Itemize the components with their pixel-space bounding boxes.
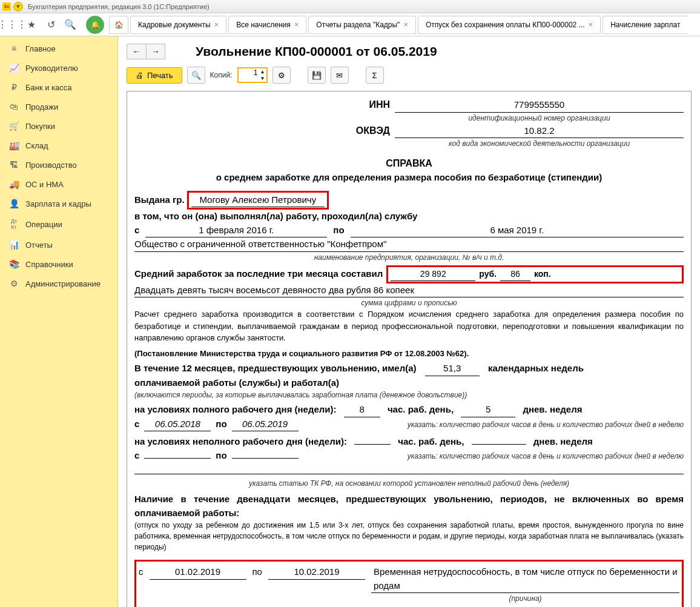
tab-hr-docs[interactable]: Кадровые документы×	[130, 16, 226, 34]
decree: (Постановление Министерства труда и соци…	[134, 348, 684, 360]
search-icon[interactable]: 🔍	[62, 16, 79, 33]
close-icon[interactable]: ×	[403, 20, 408, 29]
inn-value: 7799555550	[395, 98, 684, 113]
preview-button[interactable]: 🔍	[187, 67, 205, 84]
excluded-heading: Наличие в течение двенадцати месяцев, пр…	[134, 493, 684, 520]
sidebar: ≡Главное 📈Руководителю ₽Банк и касса 🛍Пр…	[0, 36, 118, 607]
inn-caption: идентификационный номер организации	[395, 113, 684, 124]
doc-subheading: о среднем заработке для определения разм…	[134, 171, 684, 185]
inn-label: ИНН	[134, 98, 395, 112]
ruble-icon: ₽	[8, 82, 19, 92]
tk-caption: указать статью ТК РФ, на основании котор…	[134, 478, 684, 489]
sidebar-item-bank[interactable]: ₽Банк и касса	[0, 78, 117, 97]
window-title-bar: 1c ▾ Бухгалтерия предприятия, редакция 3…	[0, 0, 700, 13]
save-button[interactable]: 💾	[308, 67, 326, 84]
words-caption: сумма цифрами и прописью	[134, 297, 684, 308]
excluded-note: (отпуск по уходу за ребенком до достижен…	[134, 520, 684, 552]
excl-reason: Временная нетрудоспособность, в том числ…	[371, 565, 679, 593]
document-body: ИНН7799555550 идентификационный номер ор…	[127, 91, 692, 607]
sum-button[interactable]: Σ	[366, 67, 384, 84]
avg-label: Средний заработок за последние три месяц…	[134, 267, 383, 281]
print-button[interactable]: 🖨Печать	[127, 67, 182, 84]
page-title: Увольнение КП00-000001 от 06.05.2019	[196, 44, 437, 59]
copies-label: Копий:	[210, 71, 233, 79]
sidebar-item-manager[interactable]: 📈Руководителю	[0, 58, 117, 78]
warehouse-icon: 🏭	[8, 141, 19, 150]
apps-icon[interactable]: ⋮⋮⋮	[4, 16, 21, 33]
person-icon: 👤	[8, 199, 19, 208]
sidebar-item-operations[interactable]: Дт КтОперации	[0, 213, 117, 235]
sidebar-item-sales[interactable]: 🛍Продажи	[0, 97, 117, 116]
top-toolbar: ⋮⋮⋮ ★ ↺ 🔍 🔔 🏠 Кадровые документы× Все на…	[0, 13, 700, 36]
settings-button[interactable]: ⚙	[272, 67, 291, 84]
period-to: 06.05.2019	[232, 417, 299, 432]
sidebar-item-production[interactable]: 🏗Производство	[0, 155, 117, 174]
tab-leave[interactable]: Отпуск без сохранения оплаты КП00-000002…	[418, 16, 601, 34]
star-icon[interactable]: ★	[23, 16, 40, 33]
printer-icon: 🖨	[136, 71, 144, 80]
sidebar-item-catalogs[interactable]: 📚Справочники	[0, 254, 117, 274]
menu-icon: ≡	[8, 44, 19, 53]
sidebar-item-warehouse[interactable]: 🏭Склад	[0, 136, 117, 155]
org-name: Общество с ограниченной ответственностью…	[134, 237, 684, 252]
okved-value: 10.82.2	[395, 124, 684, 139]
tab-payroll[interactable]: Начисление зарплат	[603, 16, 687, 34]
hours-value: 8	[344, 403, 380, 417]
factory-icon: 🏗	[8, 160, 19, 170]
tab-home[interactable]: 🏠	[109, 16, 128, 34]
person-value: Могову Алексею Петровичу	[191, 193, 325, 208]
paid-caption: (включаются периоды, за которые выплачив…	[134, 390, 684, 400]
truck-icon: 🚚	[8, 179, 19, 189]
period-from: 06.05.2018	[144, 417, 211, 432]
close-icon[interactable]: ×	[589, 20, 593, 29]
tab-accruals[interactable]: Все начисления×	[228, 16, 306, 34]
salary-words: Двадцать девять тысяч восемьсот девяност…	[134, 284, 684, 298]
salary-highlight: 29 892 руб. 86 коп.	[386, 265, 684, 284]
date-from: 1 февраля 2016 г.	[145, 224, 327, 238]
reason-caption: (причина)	[371, 593, 679, 604]
sidebar-item-reports[interactable]: 📊Отчеты	[0, 235, 117, 254]
bag-icon: 🛍	[8, 102, 19, 111]
calc-note: Расчет среднего заработка производится в…	[134, 308, 684, 344]
gear-icon: ⚙	[8, 279, 19, 288]
salary-rub: 29 892	[391, 268, 475, 281]
spinner-icon[interactable]: ▲▼	[260, 68, 265, 82]
dropdown-icon[interactable]: ▾	[13, 2, 23, 12]
person-highlight: Могову Алексею Петровичу	[187, 191, 329, 210]
bell-icon[interactable]: 🔔	[86, 16, 104, 34]
salary-kop: 86	[500, 268, 530, 281]
back-button[interactable]: ←	[127, 44, 146, 59]
app-logo-icon: 1c	[2, 2, 11, 11]
tab-hr-reports[interactable]: Отчеты раздела "Кадры"×	[308, 16, 416, 34]
sidebar-item-admin[interactable]: ⚙Администрирование	[0, 274, 117, 293]
sidebar-item-purchases[interactable]: 🛒Покупки	[0, 116, 117, 136]
cart-icon: 🛒	[8, 121, 19, 131]
sidebar-item-hr[interactable]: 👤Зарплата и кадры	[0, 194, 117, 213]
dtkt-icon: Дт Кт	[8, 218, 19, 230]
copies-input[interactable]: 1▲▼	[237, 67, 268, 83]
close-icon[interactable]: ×	[214, 20, 219, 29]
excluded-period-highlight: с 01.02.2019 по 10.02.2019 Временная нет…	[134, 560, 684, 607]
okved-label: ОКВЭД	[134, 124, 395, 138]
content-area: ← → Увольнение КП00-000001 от 06.05.2019…	[118, 36, 700, 607]
close-icon[interactable]: ×	[294, 20, 299, 29]
days-value: 5	[461, 403, 515, 417]
sidebar-item-assets[interactable]: 🚚ОС и НМА	[0, 174, 117, 194]
barchart-icon: 📊	[8, 240, 19, 250]
sidebar-item-main[interactable]: ≡Главное	[0, 39, 117, 58]
books-icon: 📚	[8, 259, 19, 269]
window-title: Бухгалтерия предприятия, редакция 3.0 (1…	[28, 3, 210, 10]
forward-button[interactable]: →	[146, 44, 165, 59]
excl-to: 10.02.2019	[268, 565, 365, 580]
org-caption: наименование предприятия, организации, №…	[134, 252, 684, 263]
weeks-value: 51,3	[425, 362, 480, 376]
issued-label: Выдана гр.	[134, 194, 185, 205]
history-icon[interactable]: ↺	[42, 16, 59, 33]
email-button[interactable]: ✉	[331, 67, 349, 84]
service-line: в том, что он (она) выполнял(ла) работу,…	[134, 210, 684, 224]
doc-heading: СПРАВКА	[134, 156, 684, 171]
paid-work-line: оплачиваемой работы (службы) и работал(а…	[134, 376, 684, 390]
date-to: 6 мая 2019 г.	[351, 224, 684, 238]
chart-icon: 📈	[8, 63, 19, 73]
excl-from: 01.02.2019	[150, 565, 246, 580]
